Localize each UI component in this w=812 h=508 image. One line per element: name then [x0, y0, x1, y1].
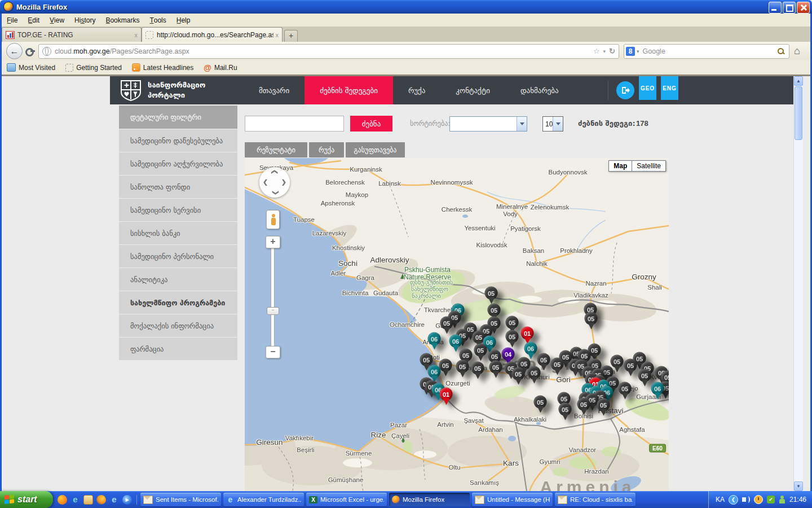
zoom-slider-handle[interactable]: − — [267, 307, 279, 315]
nav-search-results[interactable]: ძებნის შედეგები — [304, 76, 393, 104]
nav-contact[interactable]: კონტაქტი — [440, 76, 505, 104]
volume-icon[interactable] — [742, 496, 750, 503]
keyboard-language-indicator[interactable]: KA — [716, 496, 725, 503]
taskbar-task-button[interactable]: Untitled - Message (H... — [472, 493, 553, 506]
map-marker[interactable]: 01 — [521, 327, 534, 340]
map-marker[interactable]: 06 — [428, 332, 441, 345]
sidebar-item[interactable]: სამედიცინო დაწესებულება — [119, 129, 237, 152]
sidebar-item[interactable]: ანალიტიკა — [119, 268, 237, 291]
new-tab-button[interactable]: + — [284, 30, 298, 42]
tab-topge[interactable]: TOP.GE - RATING x — [2, 27, 142, 42]
zoom-slider-track[interactable] — [271, 247, 275, 347]
window-titlebar[interactable]: Mozilla Firefox — [0, 0, 812, 14]
map-marker[interactable]: 05 — [534, 396, 547, 409]
url-bar[interactable]: cloud.moh.gov.ge/Pages/SearchPage.aspx ☆… — [38, 44, 619, 59]
quick-launch-firefox-icon[interactable] — [58, 495, 67, 505]
scroll-thumb[interactable] — [795, 86, 802, 140]
sidebar-item[interactable]: სამედიცინო პერსონალი — [119, 245, 237, 268]
map-marker[interactable]: 05 — [420, 353, 433, 366]
map-marker[interactable]: 05 — [597, 398, 610, 411]
scroll-down-button[interactable]: ▼ — [794, 481, 803, 491]
menu-help[interactable]: H̲elp — [171, 15, 196, 26]
lang-geo-button[interactable]: GEO — [639, 76, 656, 100]
map-marker[interactable]: 05 — [506, 330, 519, 343]
map-marker[interactable]: 06 — [651, 382, 664, 395]
sidebar-item[interactable]: სახელმწიფო პროგრამები — [119, 291, 237, 314]
tray-collapse-icon[interactable]: ❮ — [729, 495, 738, 505]
sidebar-item[interactable]: სამედიცინო სერვისი — [119, 199, 237, 221]
sidebar-item[interactable]: საწოლთა ფონდი — [119, 176, 237, 198]
search-magnifier-icon[interactable] — [778, 48, 784, 55]
taskbar-task-button[interactable]: eAlexander Turdziladz... — [223, 493, 304, 506]
map-marker[interactable]: 01 — [440, 388, 453, 401]
quick-launch-ie2-icon[interactable]: e — [109, 495, 119, 505]
security-check-icon[interactable]: ✔ — [767, 496, 775, 503]
map-marker[interactable]: 06 — [524, 342, 537, 355]
page-size-select[interactable]: 10 — [542, 116, 563, 132]
zoom-out-button[interactable]: − — [266, 346, 280, 358]
map-marker[interactable]: 04 — [502, 348, 515, 361]
scroll-up-button[interactable]: ▲ — [794, 76, 803, 86]
map-marker[interactable]: 05 — [440, 317, 453, 330]
reminder-icon[interactable] — [754, 495, 763, 504]
map-marker[interactable]: 05 — [506, 316, 519, 329]
map-marker[interactable]: 05 — [551, 358, 564, 371]
close-button[interactable] — [797, 2, 810, 14]
quick-launch-ie-icon[interactable]: e — [70, 495, 80, 505]
engine-dropdown-icon[interactable]: ▾ — [637, 49, 639, 54]
taskbar-task-button[interactable]: RE: Cloud - sisxlis ba... — [555, 493, 636, 506]
search-input[interactable] — [245, 116, 344, 132]
map-marker[interactable]: 06 — [428, 365, 441, 378]
map-marker[interactable]: 06 — [449, 335, 462, 348]
map-type-satellite-button[interactable]: Satellite — [632, 160, 666, 172]
chevron-down-icon[interactable] — [517, 117, 527, 131]
minimize-button[interactable] — [769, 2, 782, 14]
tab-close-icon[interactable]: x — [135, 32, 138, 38]
map-marker[interactable]: 05 — [439, 359, 452, 372]
pan-control[interactable]: ❮ ❮ ❮ ❯ — [259, 167, 290, 198]
page-scrollbar[interactable]: ▲ ▼ — [793, 76, 803, 491]
menu-file[interactable]: F̲ile — [2, 15, 23, 26]
clear-button[interactable]: გასუფთავება — [346, 142, 405, 157]
sidebar-item[interactable]: ფარმაცია — [119, 338, 237, 360]
bookmark-latest-headlines[interactable]: Latest Headlines — [127, 63, 198, 72]
map-marker[interactable]: 05 — [624, 359, 637, 372]
sidebar-header-detailed-filter[interactable]: დეტალური ფილტრი — [119, 106, 237, 129]
map-marker[interactable]: 05 — [485, 287, 498, 300]
search-button[interactable]: ძებნა — [350, 116, 392, 132]
login-button[interactable] — [616, 81, 634, 99]
back-button[interactable]: ← — [6, 43, 23, 59]
map-marker[interactable]: 05 — [488, 304, 501, 317]
start-button[interactable]: start — [0, 491, 53, 508]
pan-up-icon[interactable]: ❮ — [271, 169, 279, 174]
bookmark-getting-started[interactable]: Getting Started — [60, 64, 127, 72]
lang-eng-button[interactable]: ENG — [661, 76, 678, 100]
google-logo-icon[interactable]: 8 — [626, 47, 635, 56]
sidebar-item[interactable]: სისხლის ბანკი — [119, 222, 237, 244]
menu-view[interactable]: V̲iew — [45, 15, 69, 26]
taskbar-task-button[interactable]: Sent Items - Microsof... — [140, 493, 221, 506]
map-type-map-button[interactable]: Map — [608, 160, 632, 172]
taskbar-task-button[interactable]: Mozilla Firefox — [389, 493, 470, 506]
pan-right-icon[interactable]: ❯ — [281, 178, 286, 186]
map-marker[interactable]: 05 — [638, 369, 651, 382]
pan-down-icon[interactable]: ❮ — [271, 190, 279, 195]
map-marker[interactable]: 05 — [537, 353, 550, 366]
sidebar-item[interactable]: სამედიცინო აღჭურვილობა — [119, 152, 237, 175]
quick-launch-wmp-icon[interactable]: ▶ — [122, 495, 132, 505]
pan-left-icon[interactable]: ❮ — [263, 178, 268, 186]
url-dropdown-icon[interactable]: ▾ — [603, 49, 606, 54]
map-marker[interactable]: 05 — [585, 312, 598, 325]
street-view-pegman[interactable] — [266, 210, 280, 229]
menu-history[interactable]: His̲tory — [69, 15, 100, 26]
menu-bookmarks[interactable]: B̲ookmarks — [100, 15, 144, 26]
map-tab-button[interactable]: რუქა — [309, 142, 344, 157]
map-marker[interactable]: 05 — [559, 403, 572, 416]
chevron-down-icon[interactable] — [553, 117, 563, 131]
taskbar-task-button[interactable]: XMicrosoft Excel - urge... — [306, 493, 387, 506]
nav-home[interactable]: მთავარი — [244, 76, 304, 104]
sidebar-item[interactable]: მოქალაქის ინფორმაცია — [119, 314, 237, 337]
map-marker[interactable]: 05 — [456, 360, 469, 373]
google-map[interactable]: SeverskayaKurganinskBelorechenskLabinskM… — [245, 158, 669, 491]
nav-help[interactable]: დახმარება — [505, 76, 574, 104]
